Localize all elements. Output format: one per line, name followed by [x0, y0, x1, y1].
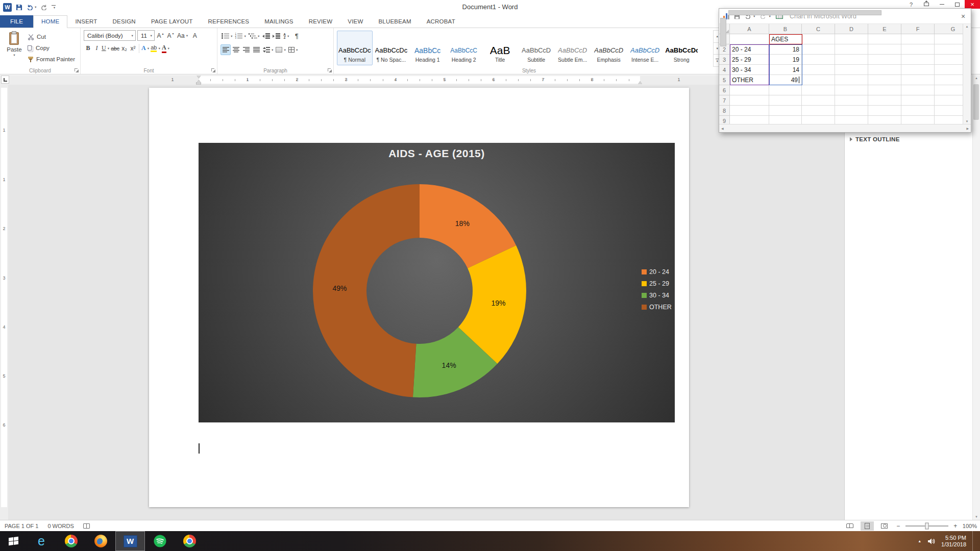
cell-C7[interactable]: [802, 95, 835, 106]
style-title[interactable]: AaBTitle: [482, 31, 518, 65]
subscript-button[interactable]: x₂: [120, 43, 129, 54]
close-button[interactable]: ×: [965, 0, 980, 9]
grid-scroll-right-icon[interactable]: ▶: [966, 127, 969, 130]
row-header-3[interactable]: 3: [719, 55, 730, 65]
superscript-button[interactable]: x²: [129, 43, 137, 54]
cell-E1[interactable]: [868, 34, 901, 44]
legend-item[interactable]: OTHER: [642, 304, 672, 311]
cell-F7[interactable]: [901, 95, 935, 106]
cell-A3[interactable]: 25 - 29: [730, 55, 769, 65]
tab-home[interactable]: HOME: [33, 15, 67, 28]
borders-button[interactable]: ▼: [287, 44, 299, 55]
clipboard-dialog-launcher[interactable]: [74, 68, 79, 73]
cell-A6[interactable]: [730, 85, 769, 95]
bullets-button[interactable]: ▼: [220, 31, 234, 41]
zoom-out-button[interactable]: −: [895, 522, 901, 530]
cell-E8[interactable]: [868, 106, 901, 116]
style-subtitle[interactable]: AaBbCcDSubtitle: [519, 31, 554, 65]
tab-references[interactable]: REFERENCES: [201, 16, 257, 28]
row-header-4[interactable]: 4: [719, 65, 730, 75]
grid-scroll-up-icon[interactable]: ▲: [966, 25, 969, 28]
zoom-slider-thumb[interactable]: [925, 522, 928, 529]
font-color-button[interactable]: A▼: [161, 43, 170, 54]
cell-D9[interactable]: [835, 116, 868, 124]
shading-button[interactable]: ▼: [275, 44, 287, 55]
font-dialog-launcher[interactable]: [211, 68, 216, 73]
text-outline-section[interactable]: TEXT OUTLINE: [850, 136, 900, 142]
proofing-status[interactable]: [79, 520, 94, 531]
right-indent-marker[interactable]: [638, 76, 642, 84]
web-layout-button[interactable]: [878, 521, 891, 531]
sort-button[interactable]: AZ▼: [281, 31, 291, 41]
donut-slice-OTHER[interactable]: [313, 184, 420, 397]
taskbar-firefox[interactable]: [86, 531, 115, 551]
cell-B9[interactable]: [769, 116, 802, 124]
tab-file[interactable]: FILE: [0, 15, 33, 28]
cell-E9[interactable]: [868, 116, 901, 124]
cell-C2[interactable]: [802, 44, 835, 55]
horizontal-ruler[interactable]: 1123456781: [0, 75, 844, 85]
indent-markers[interactable]: [197, 76, 201, 84]
print-layout-button[interactable]: [861, 521, 874, 531]
cell-B3[interactable]: 19: [769, 55, 802, 65]
font-name-combo[interactable]: Calibri (Body)▼: [84, 30, 136, 41]
column-header-D[interactable]: D: [835, 24, 868, 34]
zoom-slider[interactable]: [905, 525, 948, 527]
style-h2[interactable]: AaBbCcCHeading 2: [446, 31, 481, 65]
grid-hscroll-thumb[interactable]: [728, 10, 881, 15]
scroll-down-icon[interactable]: ▼: [975, 515, 978, 518]
tab-insert[interactable]: INSERT: [67, 16, 105, 28]
column-header-F[interactable]: F: [901, 24, 935, 34]
cell-C6[interactable]: [802, 85, 835, 95]
legend-item[interactable]: 25 - 29: [642, 280, 672, 287]
cell-B4[interactable]: 14: [769, 65, 802, 75]
italic-button[interactable]: I: [92, 43, 101, 54]
row-header-8[interactable]: 8: [719, 106, 730, 116]
chart-data-close-button[interactable]: ×: [955, 9, 971, 23]
cell-F6[interactable]: [901, 85, 935, 95]
vertical-ruler[interactable]: 1123456: [0, 85, 8, 520]
ribbon-display-options-button[interactable]: [919, 0, 934, 9]
page-indicator[interactable]: PAGE 1 OF 1: [0, 520, 43, 531]
taskbar-clock[interactable]: 5:50 PM 1/31/2018: [941, 535, 966, 548]
cell-D5[interactable]: [835, 75, 868, 85]
cell-D2[interactable]: [835, 44, 868, 55]
tab-bluebeam[interactable]: BLUEBEAM: [371, 16, 419, 28]
cell-E4[interactable]: [868, 65, 901, 75]
numbering-button[interactable]: ▼: [234, 31, 247, 41]
legend-item[interactable]: 20 - 24: [642, 268, 672, 276]
tab-view[interactable]: VIEW: [340, 16, 371, 28]
grid-vertical-scrollbar[interactable]: ▲ ▼: [963, 24, 971, 124]
cell-D6[interactable]: [835, 85, 868, 95]
row-header-7[interactable]: 7: [719, 95, 730, 106]
taskbar-chrome2[interactable]: [175, 531, 204, 551]
tab-review[interactable]: REVIEW: [301, 16, 340, 28]
style-strong[interactable]: AaBbCcDcStrong: [664, 31, 699, 65]
grid-scroll-left-icon[interactable]: ◀: [721, 127, 724, 130]
show-formatting-button[interactable]: ¶: [291, 31, 302, 41]
style-subtleem[interactable]: AaBbCcDSubtle Em...: [555, 31, 590, 65]
align-center-button[interactable]: [231, 44, 241, 55]
decrease-indent-button[interactable]: [261, 31, 271, 41]
style-normal[interactable]: AaBbCcDc¶ Normal: [337, 31, 373, 65]
cell-F1[interactable]: [901, 34, 935, 44]
taskbar-spotify[interactable]: [145, 531, 175, 551]
cell-D8[interactable]: [835, 106, 868, 116]
tray-expand-icon[interactable]: ▲: [918, 539, 921, 543]
style-quote[interactable]: AaBQu...: [700, 31, 712, 65]
cell-B8[interactable]: [769, 106, 802, 116]
cell-B6[interactable]: [769, 85, 802, 95]
clear-formatting-button[interactable]: A: [190, 30, 199, 41]
cell-C1[interactable]: [802, 34, 835, 44]
shrink-font-button[interactable]: A▼: [166, 30, 175, 41]
minimize-button[interactable]: [934, 0, 949, 9]
show-desktop-button[interactable]: [972, 531, 976, 551]
tab-design[interactable]: DESIGN: [105, 16, 143, 28]
cell-C8[interactable]: [802, 106, 835, 116]
justify-button[interactable]: [251, 44, 261, 55]
cell-F2[interactable]: [901, 44, 935, 55]
task-pane-scrollbar[interactable]: ▲ ▼: [972, 75, 980, 520]
text-effects-button[interactable]: A▼: [141, 43, 150, 54]
line-spacing-button[interactable]: ▼: [261, 44, 275, 55]
cell-D1[interactable]: [835, 34, 868, 44]
